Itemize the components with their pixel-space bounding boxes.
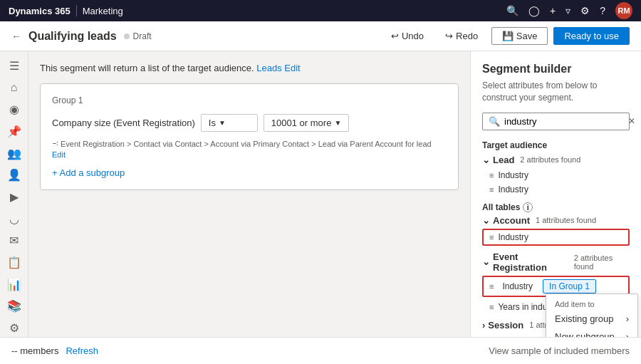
panel-title: Segment builder [482,63,630,76]
save-button[interactable]: 💾 Save [491,27,548,45]
info-icon: i [523,202,533,212]
sidebar-leads-icon[interactable]: 👤 [3,166,26,184]
condition-field: Company size (Event Registration) [52,118,195,128]
target-audience-label: Target audience [482,140,630,150]
sidebar-library-icon[interactable]: 📚 [3,298,26,316]
condition-row: Company size (Event Registration) Is ▼ 1… [52,114,447,132]
account-collapse-header[interactable]: ⌄ Account 1 attributes found [482,215,630,226]
lead-industry-item-1[interactable]: ≡ Industry [482,168,630,182]
brand-logo: Dynamics 365 [9,6,71,16]
condition-path: ∹ Event Registration > Contact via Conta… [52,139,447,159]
account-section: ⌄ Account 1 attributes found ≡ Industry [482,215,630,246]
session-chevron-right-icon: › [482,320,485,331]
group-label: Group 1 [52,95,447,105]
main-layout: ☰ ⌂ ◉ 📌 👥 👤 ▶ ◡ ✉ 📋 📊 📚 ⚙ This segment w… [0,51,641,337]
sidebar-forms-icon[interactable]: 📋 [3,254,26,271]
search-input[interactable] [504,116,624,127]
sidebar-recent-icon[interactable]: ◉ [3,100,26,118]
page-title: Qualifying leads [28,30,117,43]
toolbar-actions: ↩ Undo ↪ Redo 💾 Save Ready to use [383,27,630,45]
path-icon: ∹ [52,139,58,148]
sidebar-activities-icon[interactable]: ▶ [3,188,26,206]
sidebar-email-icon[interactable]: ✉ [3,232,26,250]
val-chevron: ▼ [334,119,341,127]
sidebar-customers-icon[interactable]: 👥 [3,145,26,162]
filter-icon[interactable]: ▿ [566,5,570,16]
undo-button[interactable]: ↩ Undo [383,27,432,45]
status-dot [124,33,130,39]
context-menu-title: Add item to [546,297,637,310]
existing-chevron-icon: › [626,313,629,324]
context-menu: Add item to Existing group › New subgrou… [546,293,638,337]
leads-link[interactable]: Leads [256,63,281,73]
nav-divider [76,5,77,16]
undo-icon: ↩ [391,31,399,41]
in-group-badge: In Group 1 [543,279,596,293]
sidebar-menu-icon[interactable]: ☰ [3,57,26,75]
lead-industry-label-1: Industry [498,170,528,180]
bottom-bar: -- members Refresh View sample of includ… [0,337,641,364]
members-count: -- members [11,345,58,356]
path-text: Event Registration > Contact via Contact… [61,140,432,148]
event-label: Event Registration [493,251,568,273]
redo-button[interactable]: ↪ Redo [437,27,486,45]
attr-icon-2: ≡ [489,185,494,194]
event-industry-label: Industry [502,281,533,291]
op-chevron: ▼ [219,119,226,127]
attr-icon-1: ≡ [489,171,494,180]
ready-to-use-button[interactable]: Ready to use [553,27,630,45]
sub-navigation: ← Qualifying leads Draft ↩ Undo ↪ Redo 💾… [0,21,641,51]
attr-icon-4: ≡ [489,282,494,291]
info-text: This segment will return a list of the t… [40,63,254,73]
lead-section: ⌄ Lead 2 attributes found ≡ Industry ≡ I… [482,155,630,197]
attr-icon-3: ≡ [489,233,494,241]
top-navigation: Dynamics 365 Marketing 🔍 ◯ + ▿ ⚙ ? RM [0,0,641,21]
subgroup-chevron-icon: › [626,331,629,337]
sidebar-settings-icon[interactable]: ⚙ [3,319,26,337]
session-label: Session [488,320,523,331]
plus-icon[interactable]: + [550,5,556,16]
back-button[interactable]: ← [11,31,21,42]
content-area: This segment will return a list of the t… [28,51,470,337]
account-industry-item[interactable]: ≡ Industry [482,229,630,246]
status-text: Draft [133,31,152,41]
event-count: 2 attributes found [574,254,630,271]
segment-group: Group 1 Company size (Event Registration… [40,83,459,190]
event-collapse-header[interactable]: ⌄ Event Registration 2 attributes found [482,251,630,273]
search-icon: 🔍 [489,116,500,127]
all-tables-label: All tables i [482,202,630,212]
path-edit-link[interactable]: Edit [52,150,66,159]
save-icon: 💾 [502,31,516,41]
condition-operator[interactable]: Is ▼ [201,114,258,132]
avatar[interactable]: RM [615,2,632,19]
edit-link[interactable]: Edit [284,63,300,73]
new-subgroup-option[interactable]: New subgroup › [546,328,637,337]
search-box[interactable]: 🔍 ✕ [482,113,630,130]
existing-group-option[interactable]: Existing group › [546,310,637,328]
help-icon[interactable]: ? [600,5,605,16]
sidebar-segments-icon[interactable]: ◡ [3,210,26,228]
bell-icon[interactable]: ◯ [528,5,540,16]
search-icon[interactable]: 🔍 [506,5,518,16]
lead-chevron-icon: ⌄ [482,155,490,165]
lead-industry-item-2[interactable]: ≡ Industry [482,182,630,197]
refresh-link[interactable]: Refresh [66,345,98,356]
lead-count: 2 attributes found [520,155,580,164]
event-chevron-icon: ⌄ [482,256,490,267]
right-panel: Segment builder Select attributes from b… [470,51,641,337]
add-subgroup-button[interactable]: + Add a subgroup [52,167,447,178]
sidebar-pin-icon[interactable]: 📌 [3,123,26,140]
info-bar: This segment will return a list of the t… [40,63,459,73]
panel-subtitle: Select attributes from below to construc… [482,80,630,104]
sidebar-home-icon[interactable]: ⌂ [3,79,26,97]
clear-search-icon[interactable]: ✕ [628,116,635,126]
lead-industry-label-2: Industry [498,184,528,194]
settings-icon[interactable]: ⚙ [580,5,590,16]
sidebar-analytics-icon[interactable]: 📊 [3,276,26,293]
nav-icons: 🔍 ◯ + ▿ ⚙ ? RM [506,2,632,19]
sidebar: ☰ ⌂ ◉ 📌 👥 👤 ▶ ◡ ✉ 📋 📊 📚 ⚙ [0,51,28,337]
account-label: Account [493,215,530,226]
view-sample-link[interactable]: View sample of included members [489,345,630,356]
lead-collapse-header[interactable]: ⌄ Lead 2 attributes found [482,155,630,165]
condition-value[interactable]: 10001 or more ▼ [264,114,349,132]
